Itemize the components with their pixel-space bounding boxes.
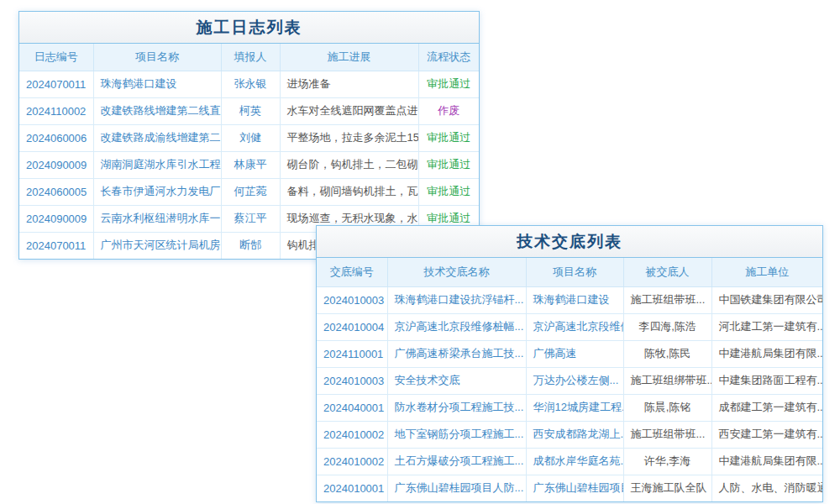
table-row: 2024110001 广佛高速桥梁承台施工技... 广佛高速 陈牧,陈民 中建港… <box>317 340 822 367</box>
table-row: 2024040001 防水卷材分项工程施工技... 华润12城房建工程... 陈… <box>317 394 822 421</box>
log-id-cell[interactable]: 2024070011 <box>19 71 93 97</box>
project-cell[interactable]: 广佛高速 <box>526 340 623 367</box>
table-row: 2024010002 土石方爆破分项工程施工... 成都水岸华庭名苑... 许华… <box>317 448 822 475</box>
reporter-cell: 张永银 <box>221 71 280 97</box>
progress-cell: 进场准备 <box>280 71 418 97</box>
header-disclosure-name: 技术交底名称 <box>387 258 526 286</box>
tech-disclosure-table: 交底编号 技术交底名称 项目名称 被交底人 施工单位 2024010003 珠海… <box>317 258 822 501</box>
receiver-cell: 陈晨,陈铭 <box>623 394 711 421</box>
receiver-cell: 施工班组带班... <box>623 286 711 313</box>
project-cell[interactable]: 万达办公楼左侧... <box>526 367 623 394</box>
reporter-cell: 断郜 <box>221 232 280 259</box>
header-log-id: 日志编号 <box>19 44 93 71</box>
header-unit: 施工单位 <box>711 258 822 286</box>
disclosure-id-cell[interactable]: 2024010002 <box>317 421 387 448</box>
log-id-cell[interactable]: 2024070011 <box>19 232 93 259</box>
disclosure-name-cell[interactable]: 珠海鹤港口建设抗浮锚杆... <box>387 286 526 313</box>
project-cell[interactable]: 广州市天河区统计局机房... <box>93 232 221 259</box>
disclosure-name-cell[interactable]: 土石方爆破分项工程施工... <box>387 448 526 475</box>
reporter-cell: 刘健 <box>221 124 280 151</box>
project-cell[interactable]: 湖南洞庭湖水库引水工程... <box>93 151 221 178</box>
header-receiver: 被交底人 <box>623 258 711 286</box>
unit-cell: 中建集团路面工程有... <box>711 367 822 394</box>
construction-log-panel: 施工日志列表 日志编号 项目名称 填报人 施工进展 流程状态 202407001… <box>18 11 480 260</box>
reporter-cell: 何芷菀 <box>221 178 280 205</box>
project-cell[interactable]: 改建铁路线增建第二线直... <box>93 97 221 124</box>
status-badge: 作废 <box>418 97 479 124</box>
table-row: 2024010003 珠海鹤港口建设抗浮锚杆... 珠海鹤港口建设 施工班组带班… <box>317 286 822 313</box>
log-id-cell[interactable]: 2024060006 <box>19 124 93 151</box>
project-cell[interactable]: 广东佛山碧桂园项目 <box>526 475 623 501</box>
receiver-cell: 王海施工队全队 <box>623 475 711 501</box>
receiver-cell: 施工班组绑带班... <box>623 367 711 394</box>
header-status: 流程状态 <box>418 44 479 71</box>
project-cell[interactable]: 西安成都路龙湖上... <box>526 421 623 448</box>
project-cell[interactable]: 成都水岸华庭名苑... <box>526 448 623 475</box>
table-row: 2024010003 安全技术交底 万达办公楼左侧... 施工班组绑带班... … <box>317 367 822 394</box>
receiver-cell: 李四海,陈浩 <box>623 313 711 340</box>
reporter-cell: 蔡江平 <box>221 205 280 232</box>
table-row: 2024010001 广东佛山碧桂园项目人防... 广东佛山碧桂园项目 王海施工… <box>317 475 822 501</box>
log-id-cell[interactable]: 2024110002 <box>19 97 93 124</box>
table-row: 2024060006 改建铁路成渝线增建第二... 刘健 平整场地，拉走多余泥土… <box>19 124 479 151</box>
project-cell[interactable]: 云南水利枢纽潜明水库一... <box>93 205 221 232</box>
unit-cell: 西安建工第一建筑有... <box>711 421 822 448</box>
reporter-cell: 林康平 <box>221 151 280 178</box>
table-row: 2024060005 长春市伊通河水力发电厂... 何芷菀 备料，砌间墙钩机排土… <box>19 178 479 205</box>
header-project-name: 项目名称 <box>93 44 221 71</box>
header-reporter: 填报人 <box>221 44 280 71</box>
disclosure-name-cell[interactable]: 地下室钢筋分项工程施工... <box>387 421 526 448</box>
project-cell[interactable]: 长春市伊通河水力发电厂... <box>93 178 221 205</box>
status-badge: 审批通过 <box>418 124 479 151</box>
status-badge: 审批通过 <box>418 151 479 178</box>
header-disclosure-id: 交底编号 <box>317 258 387 286</box>
unit-cell: 中建港航局集团有限... <box>711 340 822 367</box>
disclosure-name-cell[interactable]: 广东佛山碧桂园项目人防... <box>387 475 526 501</box>
disclosure-id-cell[interactable]: 2024010003 <box>317 367 387 394</box>
unit-cell: 河北建工第一建筑有... <box>711 313 822 340</box>
disclosure-id-cell[interactable]: 2024040001 <box>317 394 387 421</box>
unit-cell: 人防、水电、消防暖通... <box>711 475 822 501</box>
construction-log-title: 施工日志列表 <box>19 12 479 44</box>
disclosure-id-cell[interactable]: 2024010002 <box>317 448 387 475</box>
disclosure-name-cell[interactable]: 防水卷材分项工程施工技... <box>387 394 526 421</box>
progress-cell: 备料，砌间墙钩机排土，瓦... <box>280 178 418 205</box>
receiver-cell: 许华,李海 <box>623 448 711 475</box>
log-header-row: 日志编号 项目名称 填报人 施工进展 流程状态 <box>19 44 479 71</box>
unit-cell: 中国铁建集团有限公司 <box>711 286 822 313</box>
log-id-cell[interactable]: 2024090009 <box>19 205 93 232</box>
tech-disclosure-title: 技术交底列表 <box>317 226 822 258</box>
log-id-cell[interactable]: 2024090009 <box>19 151 93 178</box>
table-row: 2024010004 京沪高速北京段维修桩幅... 京沪高速北京段维修 李四海,… <box>317 313 822 340</box>
project-cell[interactable]: 京沪高速北京段维修 <box>526 313 623 340</box>
disclosure-header-row: 交底编号 技术交底名称 项目名称 被交底人 施工单位 <box>317 258 822 286</box>
status-badge: 审批通过 <box>418 178 479 205</box>
disclosure-id-cell[interactable]: 2024010004 <box>317 313 387 340</box>
header-progress: 施工进展 <box>280 44 418 71</box>
disclosure-name-cell[interactable]: 安全技术交底 <box>387 367 526 394</box>
disclosure-id-cell[interactable]: 2024010001 <box>317 475 387 501</box>
log-id-cell[interactable]: 2024060005 <box>19 178 93 205</box>
reporter-cell: 柯英 <box>221 97 280 124</box>
disclosure-id-cell[interactable]: 2024110001 <box>317 340 387 367</box>
project-cell[interactable]: 珠海鹤港口建设 <box>93 71 221 97</box>
table-row: 2024010002 地下室钢筋分项工程施工... 西安成都路龙湖上... 施工… <box>317 421 822 448</box>
unit-cell: 中建港航局集团有限... <box>711 448 822 475</box>
receiver-cell: 陈牧,陈民 <box>623 340 711 367</box>
project-cell[interactable]: 珠海鹤港口建设 <box>526 286 623 313</box>
progress-cell: 砌台阶，钩机排土，二包砌... <box>280 151 418 178</box>
status-badge: 审批通过 <box>418 71 479 97</box>
tech-disclosure-panel: 技术交底列表 交底编号 技术交底名称 项目名称 被交底人 施工单位 202401… <box>316 225 823 502</box>
table-row: 2024070011 珠海鹤港口建设 张永银 进场准备 审批通过 <box>19 71 479 97</box>
project-cell[interactable]: 改建铁路成渝线增建第二... <box>93 124 221 151</box>
table-row: 2024110002 改建铁路线增建第二线直... 柯英 水车对全线遮阳网覆盖点… <box>19 97 479 124</box>
receiver-cell: 施工班组带班... <box>623 421 711 448</box>
disclosure-name-cell[interactable]: 广佛高速桥梁承台施工技... <box>387 340 526 367</box>
table-row: 2024090009 湖南洞庭湖水库引水工程... 林康平 砌台阶，钩机排土，二… <box>19 151 479 178</box>
disclosure-name-cell[interactable]: 京沪高速北京段维修桩幅... <box>387 313 526 340</box>
progress-cell: 平整场地，拉走多余泥土15... <box>280 124 418 151</box>
project-cell[interactable]: 华润12城房建工程... <box>526 394 623 421</box>
unit-cell: 成都建工第一建筑有... <box>711 394 822 421</box>
progress-cell: 水车对全线遮阳网覆盖点进... <box>280 97 418 124</box>
disclosure-id-cell[interactable]: 2024010003 <box>317 286 387 313</box>
